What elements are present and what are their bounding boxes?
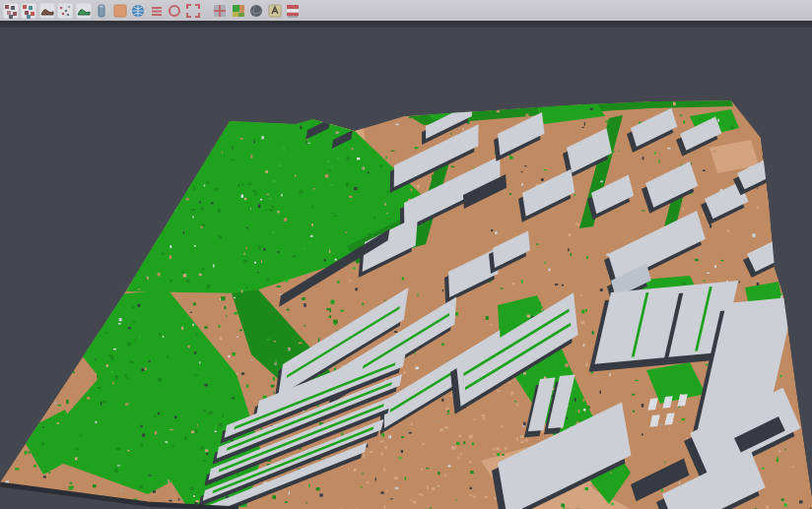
classification-map-icon <box>231 3 246 19</box>
ortho-button[interactable] <box>111 2 128 19</box>
profile-button[interactable] <box>94 2 110 19</box>
main-toolbar <box>0 0 812 21</box>
terrain-green-button[interactable] <box>75 2 92 19</box>
sparse-points-icon <box>57 3 73 19</box>
sphere-button[interactable] <box>248 2 265 19</box>
contour-lines-icon <box>149 3 165 19</box>
label-button[interactable] <box>266 2 283 19</box>
rect-select-icon <box>185 3 201 19</box>
globe-button[interactable] <box>130 2 147 19</box>
point-cloud-scene <box>0 28 812 509</box>
contour-lines-button[interactable] <box>148 2 165 19</box>
ortho-icon <box>112 3 128 19</box>
toolbar-divider <box>0 21 812 28</box>
point-cloud-button[interactable] <box>2 2 19 19</box>
globe-icon <box>130 3 146 19</box>
terrain-brown-icon <box>39 3 55 19</box>
classification-map-button[interactable] <box>230 2 246 19</box>
terrain-green-icon <box>76 3 92 19</box>
sparse-points-button[interactable] <box>57 2 74 19</box>
raster-grid-icon <box>212 3 228 19</box>
raster-grid-button[interactable] <box>212 2 229 19</box>
point-cloud-icon <box>3 3 19 19</box>
layers-red-icon <box>285 3 301 19</box>
layers-red-button[interactable] <box>285 2 302 19</box>
terrain-brown-button[interactable] <box>38 2 55 19</box>
classified-points-icon <box>21 3 36 19</box>
label-icon <box>267 3 283 19</box>
rect-select-button[interactable] <box>184 2 201 19</box>
viewport-3d[interactable] <box>0 28 812 509</box>
profile-icon <box>94 3 109 19</box>
app-window <box>0 0 812 509</box>
sphere-icon <box>248 3 264 19</box>
classified-points-button[interactable] <box>21 2 37 19</box>
circle-select-button[interactable] <box>167 2 183 19</box>
circle-select-icon <box>167 3 182 19</box>
